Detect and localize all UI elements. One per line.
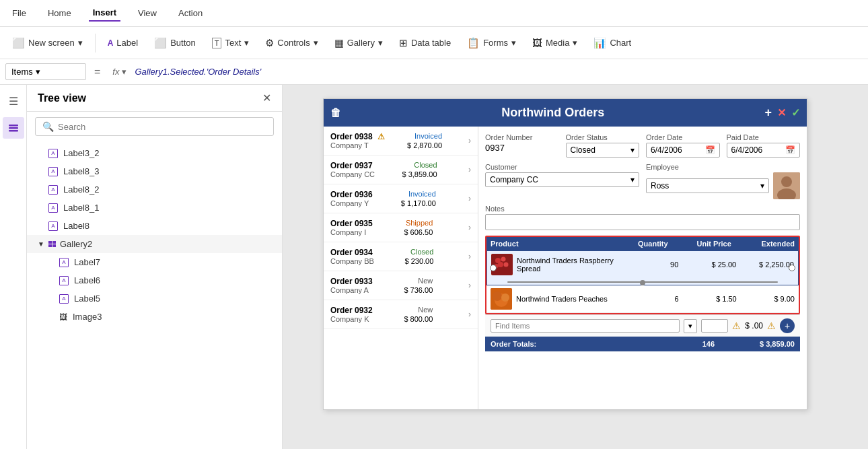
product-name-0: Northwind Traders Raspberry Spread (517, 256, 632, 273)
button-button[interactable]: ⬜ Button (147, 33, 203, 53)
amount-label: $ .00 (745, 321, 763, 331)
notes-input[interactable] (485, 214, 800, 230)
gallery-chevron-icon: ▾ (378, 38, 383, 48)
label-item-icon: A (48, 149, 58, 158)
order-number: Order 0932 (330, 306, 373, 315)
tree-item-image3[interactable]: 🖼 Image3 (27, 308, 282, 326)
order-item-0938[interactable]: Order 0938 ⚠ Company T Invoiced $ 2,870.… (324, 127, 478, 156)
totals-amount: $ 3,859.00 (715, 340, 795, 348)
trash-icon[interactable]: 🗑 (330, 107, 341, 119)
order-right: New $ 800.00 (404, 306, 433, 323)
divider1 (95, 34, 96, 53)
product-row-1[interactable]: Northwind Traders Peaches 6 $ 1.50 $ 9.0… (486, 285, 799, 313)
search-icon: 🔍 (42, 121, 54, 132)
tree-item-label8[interactable]: A Label8 (27, 217, 282, 235)
order-right: Closed $ 230.00 (404, 248, 433, 265)
detail-row-2: Customer Company CC ▾ Employee Ross (485, 163, 800, 199)
order-amount: $ 1,170.00 (401, 199, 436, 207)
totals-label: Order Totals: (491, 340, 651, 348)
product-row-0[interactable]: Northwind Traders Raspberry Spread 90 $ … (486, 250, 799, 285)
order-totals: Order Totals: 146 $ 3,859.00 (485, 337, 800, 351)
label-icon: A (108, 38, 114, 48)
order-item-0932[interactable]: Order 0932 Company K New $ 800.00 › (324, 300, 478, 329)
order-amount: $ 606.50 (404, 228, 433, 236)
order-item-0937[interactable]: Order 0937 Company CC Closed $ 3,859.00 … (324, 156, 478, 184)
find-items-input[interactable] (491, 319, 680, 333)
nw-title: Northwind Orders (341, 106, 764, 120)
order-item-0934[interactable]: Order 0934 Company BB Closed $ 230.00 › (324, 242, 478, 271)
product-table: Product Quantity Unit Price Extended (485, 236, 800, 314)
menu-home[interactable]: Home (44, 5, 75, 21)
add-icon[interactable]: + (764, 106, 772, 120)
chart-button[interactable]: 📊 Chart (587, 33, 638, 53)
customer-label: Customer (485, 163, 639, 171)
data-table-button[interactable]: ⊞ Data table (392, 33, 458, 53)
add-product-button[interactable]: + (780, 318, 795, 333)
product-image-peaches (491, 288, 512, 310)
checkmark-icon[interactable]: ✓ (791, 106, 800, 119)
chevron-down-icon: ▾ (78, 38, 83, 48)
tree-item-label8-3[interactable]: A Label8_3 (27, 162, 282, 180)
product-price-1: $ 1.50 (679, 295, 737, 303)
product-table-header: Product Quantity Unit Price Extended (486, 237, 799, 250)
controls-button[interactable]: ⚙ Controls ▾ (258, 33, 324, 53)
svg-point-10 (504, 263, 509, 267)
tree-item-label5[interactable]: A Label5 (27, 289, 282, 308)
sidebar-layers-icon[interactable] (3, 117, 24, 139)
order-number: Order 0938 ⚠ (330, 132, 385, 141)
employee-label: Employee (646, 163, 800, 171)
order-company: Company CC (330, 170, 375, 178)
formula-dropdown[interactable]: Items ▾ (5, 63, 86, 80)
tree-close-button[interactable]: ✕ (262, 92, 271, 104)
order-item-0936[interactable]: Order 0936 Company Y Invoiced $ 1,170.00… (324, 184, 478, 213)
tree-item-label8-2[interactable]: A Label8_2 (27, 180, 282, 199)
tree-item-label6[interactable]: A Label6 (27, 271, 282, 289)
field-customer: Customer Company CC ▾ (485, 163, 639, 199)
employee-dropdown[interactable]: Ross ▾ (646, 178, 769, 193)
label-button[interactable]: A Label (101, 34, 145, 52)
tree-panel: Tree view ✕ 🔍 A Label3_2 A Label8_3 A La… (27, 85, 283, 449)
paid-date-picker[interactable]: 6/4/2006 📅 (727, 143, 801, 158)
tree-item-label3-2[interactable]: A Label3_2 (27, 144, 282, 162)
forms-button[interactable]: 📋 Forms ▾ (460, 33, 523, 53)
media-button[interactable]: 🖼 Media ▾ (526, 33, 584, 53)
order-status: Invoiced (408, 190, 436, 198)
app-preview: 🗑 Northwind Orders + ✕ ✓ Order 0938 ⚠ (323, 98, 807, 410)
menu-view[interactable]: View (134, 5, 161, 21)
sidebar-hamburger-icon[interactable]: ☰ (3, 90, 24, 112)
controls-icon: ⚙ (265, 37, 274, 49)
menu-file[interactable]: File (8, 5, 30, 21)
search-input[interactable] (58, 122, 266, 132)
gallery-button[interactable]: ▦ Gallery ▾ (328, 33, 390, 53)
order-left: Order 0934 Company BB (330, 248, 374, 265)
order-item-0933[interactable]: Order 0933 Company A New $ 736.00 › (324, 271, 478, 300)
new-screen-button[interactable]: ⬜ New screen ▾ (5, 33, 89, 53)
order-item-0935[interactable]: Order 0935 Company I Shipped $ 606.50 › (324, 213, 478, 242)
text-chevron-icon: ▾ (244, 38, 249, 48)
orders-list: Order 0938 ⚠ Company T Invoiced $ 2,870.… (324, 127, 478, 409)
customer-dropdown[interactable]: Company CC ▾ (485, 172, 639, 187)
order-right: Invoiced $ 1,170.00 (401, 190, 436, 207)
order-status-label: Order Status (566, 133, 640, 141)
tree-item-label7[interactable]: A Label7 (27, 253, 282, 271)
gallery2-icon (48, 241, 56, 247)
order-status-dropdown[interactable]: Closed ▾ (566, 143, 640, 158)
tree-item-label8-1[interactable]: A Label8_1 (27, 199, 282, 217)
tree-group-gallery2[interactable]: ▼ Gallery2 (27, 235, 282, 253)
find-items-dropdown-button[interactable]: ▾ (684, 319, 697, 333)
media-icon: 🖼 (532, 37, 542, 48)
formula-bar: Items ▾ = fx ▾ Gallery1.Selected.'Order … (0, 59, 868, 85)
totals-qty: 146 (651, 340, 715, 348)
product-qty-0: 90 (632, 261, 679, 269)
order-number: Order 0934 (330, 248, 374, 257)
close-icon[interactable]: ✕ (777, 106, 786, 119)
text-button[interactable]: T Text ▾ (205, 34, 256, 53)
product-price-0: $ 25.00 (678, 261, 736, 269)
menu-action[interactable]: Action (174, 5, 207, 21)
order-date-picker[interactable]: 6/4/2006 📅 (646, 143, 720, 158)
order-number: Order 0936 (330, 190, 373, 199)
menu-insert[interactable]: Insert (89, 5, 120, 22)
quantity-input[interactable] (701, 319, 728, 333)
order-number-label: Order Number (485, 133, 559, 141)
order-status: New (418, 306, 433, 314)
